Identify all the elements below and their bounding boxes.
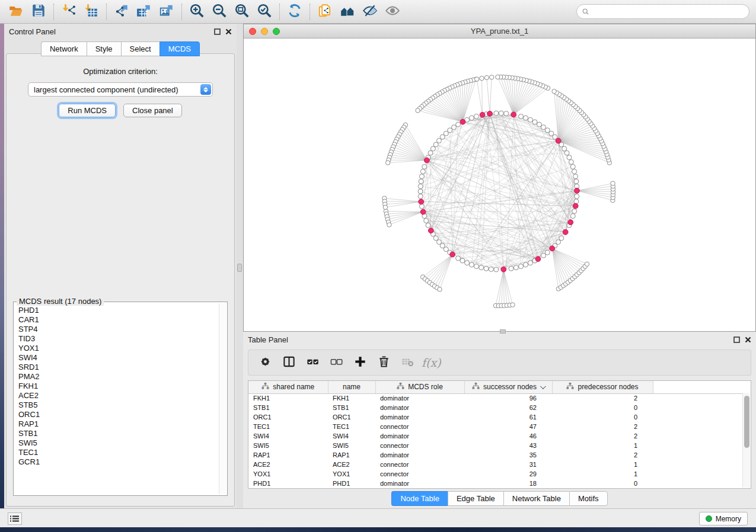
cell: 46 (464, 431, 552, 441)
cell: connector (375, 469, 464, 479)
tab-select[interactable]: Select (121, 41, 160, 56)
cell: FKH1 (328, 393, 375, 403)
network-window-titlebar[interactable]: YPA_prune.txt_1 (244, 24, 755, 39)
table-row[interactable]: SWI4SWI4dominator462 (248, 431, 749, 441)
search-icon (582, 8, 589, 15)
table-scrollbar-thumb[interactable] (744, 396, 749, 448)
tab-network[interactable]: Network (41, 41, 87, 56)
search-input[interactable] (592, 6, 744, 18)
cell: 62 (464, 403, 552, 412)
criterion-dropdown[interactable]: largest connected component (undirected) (28, 82, 213, 97)
network-canvas[interactable] (244, 39, 755, 331)
first-neighbors-button[interactable] (336, 2, 359, 22)
main-toolbar (0, 0, 756, 24)
mcds-node-item[interactable]: RAP1 (18, 419, 226, 429)
delete-column-button[interactable] (373, 352, 394, 373)
tab-style[interactable]: Style (87, 41, 121, 56)
mcds-node-item[interactable]: ACE2 (18, 391, 226, 400)
open-file-button[interactable] (5, 2, 27, 22)
mcds-node-item[interactable]: PMA2 (18, 372, 226, 382)
mcds-node-item[interactable]: CAR1 (18, 315, 226, 325)
zoom-in-button[interactable] (186, 2, 208, 22)
run-mcds-button[interactable]: Run MCDS (59, 104, 116, 117)
float-table-panel-icon[interactable] (733, 336, 740, 343)
column-header-shared-name[interactable]: shared name (248, 381, 328, 393)
vertical-splitter[interactable] (237, 24, 243, 508)
export-network-button[interactable] (110, 2, 133, 22)
mcds-node-item[interactable]: GCR1 (18, 457, 226, 467)
zoom-out-button[interactable] (208, 2, 231, 22)
table-row[interactable]: TEC1TEC1connector472 (248, 422, 749, 431)
maximize-window-icon[interactable] (273, 28, 280, 35)
column-header-predecessor-nodes[interactable]: predecessor nodes (552, 381, 653, 393)
select-all-button[interactable] (302, 352, 323, 373)
table-row[interactable]: STB1STB1dominator620 (248, 403, 749, 412)
close-table-panel-icon[interactable] (745, 336, 751, 343)
mcds-node-item[interactable]: SWI4 (18, 353, 226, 363)
mcds-result-scrollbar[interactable] (219, 303, 226, 494)
table-row[interactable]: FKH1FKH1dominator962 (248, 393, 749, 403)
table-scrollbar[interactable] (742, 393, 750, 488)
mcds-node-item[interactable]: SWI5 (18, 438, 226, 448)
tab-mcds[interactable]: MCDS (160, 41, 200, 56)
mcds-node-item[interactable]: STB1 (18, 429, 226, 438)
cell: 61 (464, 412, 552, 422)
close-window-icon[interactable] (249, 28, 256, 35)
mcds-node-item[interactable]: STP4 (18, 325, 226, 334)
tab-motifs[interactable]: Motifs (569, 491, 608, 506)
mcds-result-box: PHD1CAR1STP4TID3YOX1SWI4SRD1PMA2FKH1ACE2… (13, 302, 228, 496)
table-row[interactable]: YOX1YOX1connector291 (248, 469, 749, 479)
show-all-button[interactable] (381, 2, 404, 22)
memory-button[interactable]: Memory (699, 512, 748, 525)
table-row[interactable]: ORC1ORC1dominator610 (248, 412, 749, 422)
export-table-button[interactable] (133, 2, 155, 22)
mcds-node-item[interactable]: PHD1 (18, 306, 226, 315)
list-icon (10, 515, 20, 523)
splitter-grip[interactable] (237, 264, 242, 272)
cell: 0 (552, 403, 653, 412)
tab-node-table[interactable]: Node Table (391, 491, 448, 506)
mcds-node-item[interactable]: TEC1 (18, 448, 226, 457)
deselect-all-button[interactable] (326, 352, 347, 373)
mcds-node-item[interactable]: SRD1 (18, 363, 226, 372)
create-column-button[interactable] (349, 352, 371, 373)
mcds-node-item[interactable]: FKH1 (18, 382, 226, 391)
zoom-fit-button[interactable] (231, 2, 253, 22)
zoom-selected-button[interactable] (253, 2, 276, 22)
tab-edge-table[interactable]: Edge Table (448, 491, 503, 506)
column-header-successor-nodes[interactable]: successor nodes (464, 381, 552, 393)
save-session-button[interactable] (27, 2, 50, 22)
table-toolbar: f(x) (248, 350, 751, 376)
table-options-button[interactable] (254, 352, 276, 373)
column-header-MCDS-role[interactable]: MCDS role (375, 381, 464, 393)
mcds-node-item[interactable]: STB5 (18, 400, 226, 410)
table-row[interactable]: RAP1RAP1dominator352 (248, 450, 749, 460)
mcds-node-item[interactable]: ORC1 (18, 410, 226, 419)
mcds-node-item[interactable]: YOX1 (18, 344, 226, 353)
column-header-name[interactable]: name (328, 381, 375, 393)
tab-network-table[interactable]: Network Table (503, 491, 569, 506)
float-panel-icon[interactable] (214, 28, 221, 35)
show-columns-button[interactable] (278, 352, 299, 373)
close-panel-button[interactable]: Close panel (123, 104, 182, 117)
minimize-window-icon[interactable] (261, 28, 268, 35)
mcds-node-item[interactable]: TID3 (18, 334, 226, 344)
table-row[interactable]: SWI5SWI5connector431 (248, 441, 749, 450)
zoom-out-icon (212, 3, 227, 21)
hide-selected-button[interactable] (359, 2, 381, 22)
close-panel-icon[interactable] (225, 28, 232, 35)
clone-network-button[interactable] (314, 2, 336, 22)
table-panel: Table Panel f(x) shared namenameMCDS rol… (243, 332, 756, 508)
horizontal-splitter-grip[interactable] (500, 329, 506, 334)
search-box[interactable] (576, 4, 749, 19)
table-row[interactable]: ACE2ACE2connector311 (248, 460, 749, 469)
node-table-grid[interactable]: shared namenameMCDS rolesuccessor nodesp… (248, 381, 749, 488)
export-image-button[interactable] (155, 2, 178, 22)
import-table-button[interactable] (80, 2, 103, 22)
cell: YOX1 (248, 469, 328, 479)
refresh-button[interactable] (283, 2, 306, 22)
task-history-button[interactable] (8, 512, 22, 525)
import-network-button[interactable] (58, 2, 80, 22)
table-row[interactable]: PHD1PHD1dominator180 (248, 479, 749, 488)
cell: ACE2 (328, 460, 375, 469)
